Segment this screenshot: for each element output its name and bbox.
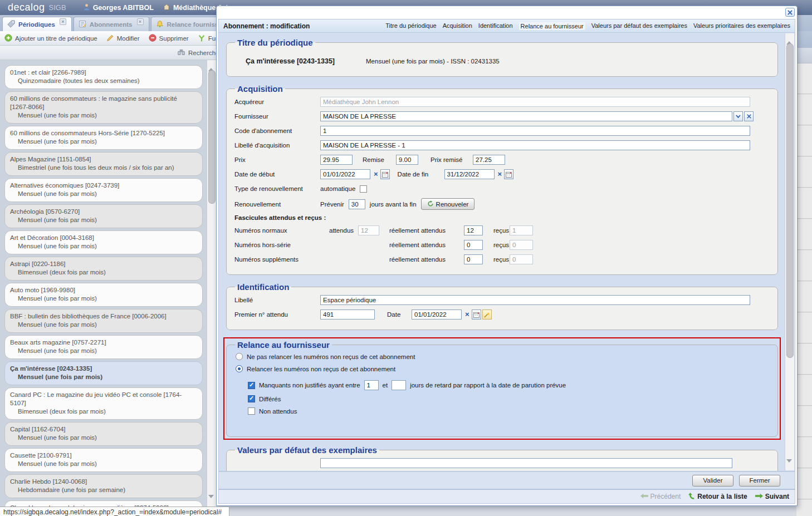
return-arrow-icon	[688, 492, 695, 502]
fournisseur-input[interactable]	[320, 111, 732, 121]
scroll-up-icon[interactable]	[786, 35, 793, 41]
calendar-icon[interactable]	[380, 169, 390, 179]
scroll-down-icon[interactable]	[786, 463, 793, 469]
scrollbar-thumb[interactable]	[208, 70, 216, 204]
prix-label: Prix	[234, 156, 320, 163]
jours-max-input[interactable]	[392, 380, 406, 390]
checkbox-differes[interactable]: Différés	[248, 395, 770, 402]
reellement-attendus-input[interactable]	[464, 225, 483, 235]
retour-liste-link[interactable]: Retour à la liste	[688, 492, 747, 502]
date-debut-label: Date de début	[234, 171, 320, 178]
checkbox-non-attendus[interactable]: Non attendus	[248, 407, 770, 415]
radio-icon[interactable]	[236, 365, 243, 372]
list-item[interactable]: BBF : bulletin des bibliothèques de Fran…	[4, 309, 203, 333]
reellement-attendus-input[interactable]	[464, 240, 483, 250]
link-identification[interactable]: Identification	[478, 22, 513, 30]
chevron-down-icon[interactable]	[733, 111, 743, 121]
date-debut-input[interactable]	[320, 169, 370, 179]
valeurs-input[interactable]	[320, 458, 732, 468]
periodical-title: Canard PC : Le magazine du jeu vidéo PC …	[10, 391, 197, 407]
checkbox-manquants[interactable]: Manquants non justifiés ayant entre et j…	[248, 380, 770, 390]
list-item[interactable]: Beaux arts magazine [0757-2271] Mensuel …	[4, 335, 203, 359]
modify-button[interactable]: Modifier	[106, 34, 140, 43]
scroll-down-icon[interactable]	[208, 498, 215, 505]
link-valeurs-defaut[interactable]: Valeurs par défaut des exemplaires	[591, 22, 687, 30]
list-item[interactable]: Alternatives économiques [0247-3739] Men…	[4, 178, 203, 202]
modal-scrollbar[interactable]	[785, 33, 794, 470]
search-button[interactable]: Recherche	[177, 48, 219, 57]
checkbox-icon[interactable]	[248, 407, 255, 415]
link-valeurs-prioritaires[interactable]: Valeurs prioritaires des exemplaires	[693, 22, 790, 30]
current-user[interactable]: Georges ABITBOL	[83, 3, 154, 12]
close-icon[interactable]	[785, 8, 795, 17]
add-periodical-button[interactable]: Ajouter un titre de périodique	[4, 34, 97, 43]
list-item[interactable]: Ça m'intéresse [0243-1335] Mensuel (une …	[4, 361, 203, 385]
prix-remise-input[interactable]	[473, 155, 505, 165]
list-item[interactable]: Auto moto [1969-9980] Mensuel (une fois …	[4, 283, 203, 307]
prix-input[interactable]	[320, 155, 353, 165]
periodical-frequency: Mensuel (une fois par mois)	[10, 111, 197, 120]
list-item[interactable]: Alpes Magazine [1151-0854] Bimestriel (u…	[4, 152, 203, 176]
calendar-icon[interactable]	[472, 309, 481, 320]
section-titre-periodique: Titre du périodique Ça m'intéresse [0243…	[226, 38, 778, 77]
renouveler-button[interactable]: Renouveler	[421, 198, 475, 210]
suivant-link[interactable]: Suivant	[755, 493, 789, 500]
libelle-acq-input[interactable]	[320, 140, 750, 150]
tab-close-icon[interactable]: ×	[60, 18, 66, 25]
list-item[interactable]: 60 millions de consommateurs Hors-Série …	[4, 126, 203, 150]
fermer-button[interactable]: Fermer	[739, 475, 780, 486]
radio-ne-pas-relancer[interactable]: Ne pas relancer les numéros non reçus de…	[236, 353, 770, 360]
magic-wand-icon[interactable]	[482, 309, 492, 320]
clear-date-icon[interactable]: ×	[465, 309, 469, 320]
jours-min-input[interactable]	[364, 380, 379, 390]
list-item[interactable]: Canard PC : Le magazine du jeu vidéo PC …	[4, 387, 203, 420]
modal-top-strip	[218, 8, 795, 19]
list-item[interactable]: Astrapi [0220-1186] Bimensuel (deux fois…	[4, 257, 203, 281]
identification-date-input[interactable]	[412, 309, 462, 320]
list-item[interactable]: Art et Décoration [0004-3168] Mensuel (u…	[4, 230, 203, 254]
radio-label: Relancer les numéros non reçus de cet ab…	[247, 366, 395, 372]
tab-close-icon[interactable]: ×	[137, 18, 144, 25]
precedent-link[interactable]: Précédent	[640, 493, 681, 500]
automatique-checkbox[interactable]	[360, 185, 367, 193]
link-titre-periodique[interactable]: Titre du périodique	[385, 22, 436, 30]
checkbox-icon[interactable]	[248, 382, 255, 389]
scrollbar-thumb[interactable]	[786, 43, 794, 358]
checkbox-icon[interactable]	[248, 395, 255, 402]
list-item[interactable]: 01net : et clair [2266-7989] Quinzomadai…	[4, 65, 203, 89]
prevenir-input[interactable]	[349, 199, 365, 209]
list-item[interactable]: Causette [2100-9791] Mensuel (une fois p…	[4, 448, 203, 472]
date-fin-input[interactable]	[444, 169, 495, 179]
list-item[interactable]: Capital [1162-6704] Mensuel (une fois pa…	[4, 422, 203, 446]
sidebar-scrollbar[interactable]	[207, 60, 216, 516]
valider-button[interactable]: Valider	[692, 475, 733, 486]
clear-field-icon[interactable]	[744, 111, 754, 121]
row-libelle: Libellé	[234, 295, 770, 305]
code-input[interactable]	[320, 126, 750, 136]
tab-periodiques[interactable]: Périodiques ×	[2, 17, 72, 31]
legend-valeurs-defaut: Valeurs par défaut des exemplaires	[235, 445, 379, 455]
recus-label: reçus	[493, 242, 510, 248]
link-relance-fournisseur[interactable]: Relance au fournisseur	[519, 22, 585, 30]
periodical-frequency: Hebdomadaire (une fois par semaine)	[10, 486, 197, 494]
link-acquisition[interactable]: Acquisition	[443, 22, 472, 30]
calendar-icon[interactable]	[504, 169, 513, 179]
radio-relancer[interactable]: Relancer les numéros non reçus de cet ab…	[236, 365, 770, 372]
delete-button[interactable]: Supprimer	[149, 34, 189, 43]
premier-numero-input[interactable]	[320, 309, 375, 320]
manquants-suffix-label: jours de retard par rapport à la date de…	[410, 382, 566, 389]
reellement-attendus-input[interactable]	[464, 254, 483, 264]
list-item[interactable]: 60 millions de consommateurs : le magazi…	[4, 91, 203, 124]
clear-date-icon[interactable]: ×	[374, 169, 378, 179]
scroll-up-icon[interactable]	[208, 61, 215, 68]
remise-input[interactable]	[396, 155, 418, 165]
radio-icon[interactable]	[236, 353, 243, 360]
list-item[interactable]: Charlie Hebdo [1240-0068] Hebdomadaire (…	[4, 474, 203, 498]
tab-abonnements[interactable]: Abonnements ×	[74, 17, 149, 31]
remise-label: Remise	[363, 156, 388, 163]
arrow-right-icon	[755, 493, 763, 500]
periodical-list: 01net : et clair [2266-7989] Quinzomadai…	[0, 60, 207, 516]
libelle-input[interactable]	[320, 295, 750, 305]
clear-date-icon[interactable]: ×	[498, 169, 502, 179]
list-item[interactable]: Archéologia [0570-6270] Mensuel (une foi…	[4, 204, 203, 228]
